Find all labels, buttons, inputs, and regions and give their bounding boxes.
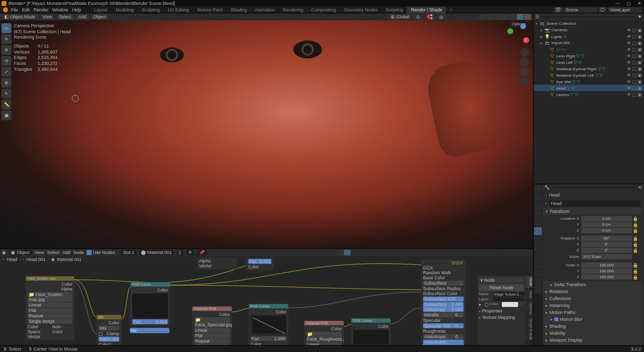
lock-icon[interactable]: 🔒 — [632, 263, 638, 268]
gizmo-y-axis[interactable]: Y — [507, 28, 513, 34]
sidetab-options[interactable]: Options — [526, 301, 533, 317]
workspace-tab-shading[interactable]: Shading — [227, 6, 251, 13]
proptab-world[interactable] — [534, 219, 542, 227]
tool-scale[interactable]: ⤢ — [1, 67, 11, 77]
outliner-item[interactable]: ▸💡Lights ⚠👁▢▣ — [534, 33, 644, 40]
panel-viewport-display-header[interactable]: Viewport Display — [543, 337, 643, 344]
bc-material[interactable]: Material.001 — [57, 257, 82, 262]
close-button[interactable]: ✕ — [637, 1, 643, 6]
camera-view-icon[interactable] — [520, 68, 529, 77]
workspace-tab-animation[interactable]: Animation — [251, 6, 279, 13]
menu-render[interactable]: Render — [34, 7, 49, 12]
orientation-dropdown[interactable]: ⊞ Global — [388, 14, 412, 20]
workspace-tab-layout[interactable]: Layout — [90, 6, 111, 13]
workspace-tab-scripting[interactable]: Scripting — [381, 6, 407, 13]
node-name-field[interactable]: Image Texture.0... — [493, 292, 524, 297]
reset-node-button[interactable]: Reset Node — [479, 284, 524, 291]
outliner-item[interactable]: ▽Realtime Eyeball Right ▽ ▽ 👁▢▣ — [534, 65, 644, 72]
lock-icon[interactable]: 🔒 — [632, 248, 638, 253]
workspace-tab-uv[interactable]: UV Editing — [164, 6, 193, 13]
outliner-item[interactable]: ▽Realtime Eyeball Left ▽ ▽ 👁▢▣ — [534, 72, 644, 78]
props-pin-icon[interactable]: ⟲ — [638, 185, 642, 190]
workspace-tab-rendering[interactable]: Rendering — [279, 6, 308, 13]
workspace-tab-texpaint[interactable]: Texture Paint — [193, 6, 227, 13]
scale-z-field[interactable]: 100.000 — [581, 274, 632, 280]
editor-type-dropdown[interactable]: ◉ — [2, 250, 6, 255]
object-name-field[interactable]: Head — [549, 201, 641, 206]
n-panel-texmapping[interactable]: ▸ Texture Mapping — [479, 315, 524, 320]
menu-help[interactable]: Help — [72, 7, 82, 12]
workspace-tab-modeling[interactable]: Modeling — [111, 6, 138, 13]
shading-rendered[interactable] — [517, 14, 524, 20]
slot-dropdown[interactable]: Slot 1 — [121, 250, 136, 255]
viewport-object-menu[interactable]: Object — [91, 14, 108, 20]
rot-x-field[interactable]: 90° — [581, 236, 632, 241]
tool-select-box[interactable]: ▭ — [1, 23, 11, 33]
zoom-icon[interactable] — [520, 48, 529, 57]
shader-add-menu[interactable]: Add — [62, 250, 70, 255]
panel-motion-blur-header[interactable]: Motion Blur — [543, 316, 643, 323]
snap-toggle[interactable]: 🧲 — [425, 14, 435, 20]
outliner-item[interactable]: ▽Lens Right ▽ ▽ 👁▢▣ — [534, 52, 644, 59]
proptab-render[interactable] — [534, 185, 542, 193]
panel-instancing-header[interactable]: Instancing — [543, 302, 643, 309]
render-paused-toggle[interactable] — [524, 14, 531, 20]
scene-name-field[interactable]: Scene — [564, 7, 597, 13]
mat-pin-btn[interactable]: 📌 — [197, 250, 207, 255]
proptab-modifiers[interactable] — [534, 236, 542, 244]
viewlayer-name-field[interactable]: ViewLayer — [608, 7, 642, 13]
bc-object[interactable]: Head — [6, 257, 17, 262]
proptab-physics[interactable] — [534, 252, 542, 260]
pivot-dropdown[interactable]: ⊙ — [414, 14, 423, 20]
loc-x-field[interactable]: 0 cm — [581, 216, 632, 221]
lock-icon[interactable]: 🔒 — [632, 228, 638, 233]
outliner-item[interactable]: ▽Lashes ▽ ▽ 👁▢▣ — [534, 91, 644, 98]
bc-mesh[interactable]: Head.001 — [26, 257, 46, 262]
shader-editor[interactable]: ◉ ▣ Object View Select Add Node Use Node… — [0, 249, 534, 345]
proptab-material[interactable] — [534, 278, 542, 286]
node-color-swatch[interactable] — [502, 302, 518, 307]
menu-edit[interactable]: Edit — [22, 7, 30, 12]
proptab-constraints[interactable] — [534, 261, 542, 269]
rot-y-field[interactable]: 0° — [581, 242, 632, 247]
proportional-toggle[interactable]: ◎ — [437, 14, 446, 20]
node-rgb-curves-2[interactable]: RGB Curves Color Fac:1.000 Color — [249, 304, 288, 345]
panel-visibility-header[interactable]: Visibility — [543, 330, 643, 337]
material-field[interactable]: Material.001 — [139, 250, 174, 255]
outliner-item[interactable]: ▽Eye Wet ▽ ▽ 👁▢▣ — [534, 78, 644, 85]
node-face-roughness[interactable]: Separate RGB Color 📁 Face_Roughness.j Li… — [304, 321, 344, 345]
outliner-search[interactable] — [541, 16, 636, 17]
viewport-add-menu[interactable]: Add — [76, 14, 89, 20]
menu-window[interactable]: Window — [53, 7, 68, 12]
node-rgb-curves-1[interactable]: RGB Curves Color Fac: 0.413 — [130, 282, 170, 326]
curve-widget[interactable] — [353, 330, 389, 345]
tool-transform[interactable]: ⊕ — [1, 78, 11, 88]
shading-matprev[interactable] — [509, 14, 516, 20]
sidetab-script[interactable]: Script To Butt — [526, 317, 533, 342]
proptab-particles[interactable] — [534, 244, 542, 252]
panel-transform-header[interactable]: Transform⋮⋮ — [543, 208, 643, 215]
outliner-item[interactable]: ▽Brows 👁▢▣ — [534, 46, 644, 52]
rot-z-field[interactable]: 0° — [581, 248, 632, 253]
props-search[interactable] — [552, 187, 636, 188]
lock-icon[interactable]: 🔒 — [632, 236, 638, 241]
sidetab-view[interactable]: View — [526, 289, 533, 301]
sidetab-node[interactable]: Node — [526, 276, 533, 289]
viewport-view-menu[interactable]: View — [40, 14, 54, 20]
shader-type-dropdown[interactable]: ▣ Object — [9, 250, 32, 255]
maximize-button[interactable]: ▢ — [626, 1, 632, 6]
pan-icon[interactable] — [520, 58, 529, 67]
node-label-field[interactable] — [493, 298, 524, 301]
mode-dropdown[interactable]: ◧ Object Mode — [2, 14, 38, 20]
outliner-item[interactable]: ▽Head ▽ ▽ 👁▢▣ — [534, 85, 644, 91]
shader-node-menu[interactable]: Node — [73, 250, 84, 255]
panel-shading-header[interactable]: Shading — [543, 323, 643, 330]
shader-select-menu[interactable]: Select — [47, 250, 59, 255]
lock-icon[interactable]: 🔒 — [632, 222, 638, 227]
lock-icon[interactable]: 🔒 — [632, 269, 638, 274]
workspace-add-button[interactable]: + — [446, 6, 456, 13]
outliner[interactable]: ▾🗀Scene Collection▸📷Cameras 👁▢▣▸💡Lights … — [534, 20, 644, 184]
node-graph-canvas[interactable]: AlphaVector Fac 0.413Color Face_Scatter-… — [0, 262, 533, 345]
gizmo-z-axis[interactable]: Z — [520, 23, 526, 29]
outliner-item[interactable]: ▸🗀import.001 👁▢▣ — [534, 40, 644, 46]
